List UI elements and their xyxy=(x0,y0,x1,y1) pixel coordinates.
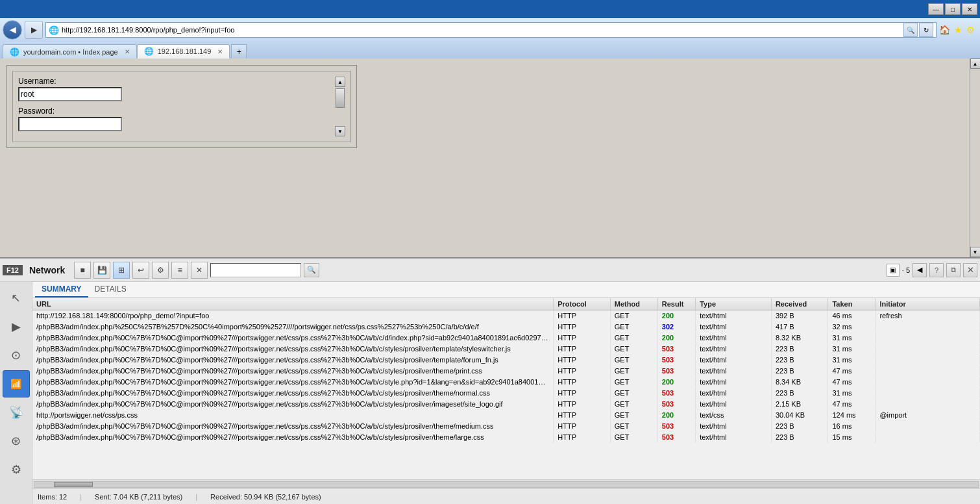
table-row[interactable]: /phpBB3/adm/index.php/%0C%7B%7D%0C@impor… xyxy=(32,432,980,443)
scroll-down-button[interactable]: ▼ xyxy=(335,126,345,136)
forward-button[interactable]: ▶ xyxy=(25,21,43,39)
table-row[interactable]: /phpBB3/adm/index.php/%0C%7B%7D%0C@impor… xyxy=(32,333,980,344)
cell-received-1: 417 B xyxy=(771,321,828,333)
cell-url-5: /phpBB3/adm/index.php/%0C%7B%7D%0C@impor… xyxy=(32,366,554,377)
col-method[interactable]: Method xyxy=(610,298,657,310)
tab-summary[interactable]: SUMMARY xyxy=(35,282,88,297)
page-scroll-up[interactable]: ▲ xyxy=(970,58,981,69)
table-row[interactable]: /phpBB3/adm/index.php/%0C%7B%7D%0C@impor… xyxy=(32,344,980,355)
col-taken[interactable]: Taken xyxy=(828,298,876,310)
cell-initiator-8 xyxy=(876,399,980,410)
maximize-button[interactable]: □ xyxy=(945,3,961,15)
address-bar[interactable]: 🌐 http://192.168.181.149:8000/rpo/php_de… xyxy=(45,22,937,38)
tab-details[interactable]: DETAILS xyxy=(88,282,133,297)
sidebar-icon-settings2[interactable]: ⚙ xyxy=(3,456,30,483)
cell-protocol-0: HTTP xyxy=(554,310,611,321)
devtools-title: Network xyxy=(29,265,65,275)
count-label: · 5 xyxy=(902,266,910,274)
cell-type-4: text/html xyxy=(696,355,772,366)
network-table-container[interactable]: URL Protocol Method Result Type Received… xyxy=(32,298,980,479)
scrollbar-track[interactable] xyxy=(34,481,979,488)
sidebar-icon-wifi[interactable]: 📡 xyxy=(3,399,30,426)
col-result[interactable]: Result xyxy=(657,298,695,310)
col-protocol[interactable]: Protocol xyxy=(554,298,611,310)
tab-0-icon: 🌐 xyxy=(10,47,19,57)
save-button[interactable]: 💾 xyxy=(93,262,110,279)
table-header-row: URL Protocol Method Result Type Received… xyxy=(32,298,980,310)
cell-taken-2: 31 ms xyxy=(828,333,876,344)
cell-received-10: 223 B xyxy=(771,421,828,432)
refresh-button[interactable]: ↻ xyxy=(919,23,933,37)
tab-1[interactable]: 🌐 192.168.181.149 ✕ xyxy=(137,44,230,58)
tab-1-label: 192.168.181.149 xyxy=(158,47,212,55)
cell-url-2: /phpBB3/adm/index.php/%0C%7B%7D%0C@impor… xyxy=(32,333,554,344)
cell-result-7: 503 xyxy=(657,388,695,399)
cell-received-2: 8.32 KB xyxy=(771,333,828,344)
title-bar-buttons: — □ ✕ xyxy=(928,3,977,15)
settings-icon[interactable]: ⚙ xyxy=(966,25,975,35)
received-info: Received: 50.94 KB (52,167 bytes) xyxy=(210,493,321,501)
clear-button[interactable]: ⊞ xyxy=(113,262,130,279)
back-button[interactable]: ↩ xyxy=(132,262,149,279)
col-initiator[interactable]: Initiator xyxy=(876,298,980,310)
search-button[interactable]: 🔍 xyxy=(903,23,918,37)
minimize-button[interactable]: — xyxy=(928,3,944,15)
cell-taken-7: 31 ms xyxy=(828,388,876,399)
configure-button[interactable]: ⚙ xyxy=(152,262,169,279)
sidebar-icon-network[interactable]: 📶 xyxy=(3,370,30,397)
pin-button[interactable]: ⧉ xyxy=(946,263,961,277)
table-row[interactable]: /phpBB3/adm/index.php/%0C%7B%7D%0C@impor… xyxy=(32,421,980,432)
table-row[interactable]: /phpBB3/adm/index.php/%0C%7B%7D%0C@impor… xyxy=(32,366,980,377)
back-button[interactable]: ◀ xyxy=(3,20,22,40)
cell-method-8: GET xyxy=(610,399,657,410)
table-row[interactable]: /phpBB3/adm/index.php/%0C%7B%7D%0C@impor… xyxy=(32,388,980,399)
table-row[interactable]: http://192.168.181.149:8000/rpo/php_demo… xyxy=(32,310,980,321)
new-tab-button[interactable]: + xyxy=(231,44,247,58)
stop-button[interactable]: ■ xyxy=(74,262,91,279)
cell-method-3: GET xyxy=(610,344,657,355)
table-row[interactable]: /phpBB3/adm/index.php/%0C%7B%7D%0C@impor… xyxy=(32,399,980,410)
close-devtools-button[interactable]: ✕ xyxy=(191,262,208,279)
table-row[interactable]: /phpBB3/adm/index.php/%250C%257B%257D%25… xyxy=(32,321,980,333)
cell-method-0: GET xyxy=(610,310,657,321)
table-row[interactable]: /phpBB3/adm/index.php/%0C%7B%7D%0C@impor… xyxy=(32,355,980,366)
horizontal-scrollbar[interactable] xyxy=(32,479,980,488)
address-text: http://192.168.181.149:8000/rpo/php_demo… xyxy=(62,26,903,34)
scroll-up-button[interactable]: ▲ xyxy=(335,77,345,87)
scrollbar-thumb[interactable] xyxy=(54,482,93,487)
tab-1-close[interactable]: ✕ xyxy=(217,48,223,55)
col-type[interactable]: Type xyxy=(696,298,772,310)
sidebar-icon-console[interactable]: ▶ xyxy=(3,313,30,340)
sidebar-icon-profiler[interactable]: ⊛ xyxy=(3,427,30,455)
filter-button[interactable]: ≡ xyxy=(171,262,188,279)
tab-0[interactable]: 🌐 yourdomain.com • Index page ✕ xyxy=(3,44,137,58)
cell-result-2: 200 xyxy=(657,333,695,344)
col-received[interactable]: Received xyxy=(771,298,828,310)
cell-type-9: text/css xyxy=(696,410,772,421)
cell-url-1: /phpBB3/adm/index.php/%250C%257B%257D%25… xyxy=(32,321,554,333)
panel-close-button[interactable]: ✕ xyxy=(963,263,977,277)
cell-url-11: /phpBB3/adm/index.php/%0C%7B%7D%0C@impor… xyxy=(32,432,554,443)
search-submit-button[interactable]: 🔍 xyxy=(304,263,319,277)
cell-initiator-3: </td> xyxy=(876,344,980,355)
help-button[interactable]: ? xyxy=(929,263,944,277)
search-input[interactable] xyxy=(210,263,301,277)
table-row[interactable]: http://portswigger.net/css/ps.css HTTP G… xyxy=(32,410,980,421)
sidebar-icon-dom[interactable]: ⊙ xyxy=(3,342,30,369)
sidebar-icon-cursor[interactable]: ↖ xyxy=(3,284,30,312)
home-icon[interactable]: 🏠 xyxy=(939,25,950,35)
favorites-icon[interactable]: ★ xyxy=(954,25,962,35)
cell-taken-4: 31 ms xyxy=(828,355,876,366)
prev-button[interactable]: ◀ xyxy=(913,263,927,277)
table-row[interactable]: /phpBB3/adm/index.php/%0C%7B%7D%0C@impor… xyxy=(32,377,980,388)
password-input[interactable] xyxy=(18,117,122,131)
cell-protocol-4: HTTP xyxy=(554,355,611,366)
col-url[interactable]: URL xyxy=(32,298,554,310)
page-scroll-down[interactable]: ▼ xyxy=(970,247,981,257)
scroll-thumb[interactable] xyxy=(336,88,345,108)
cell-type-10: text/html xyxy=(696,421,772,432)
close-button[interactable]: ✕ xyxy=(962,3,977,15)
cell-type-8: text/html xyxy=(696,399,772,410)
username-input[interactable] xyxy=(18,87,122,101)
tab-0-close[interactable]: ✕ xyxy=(125,48,130,55)
